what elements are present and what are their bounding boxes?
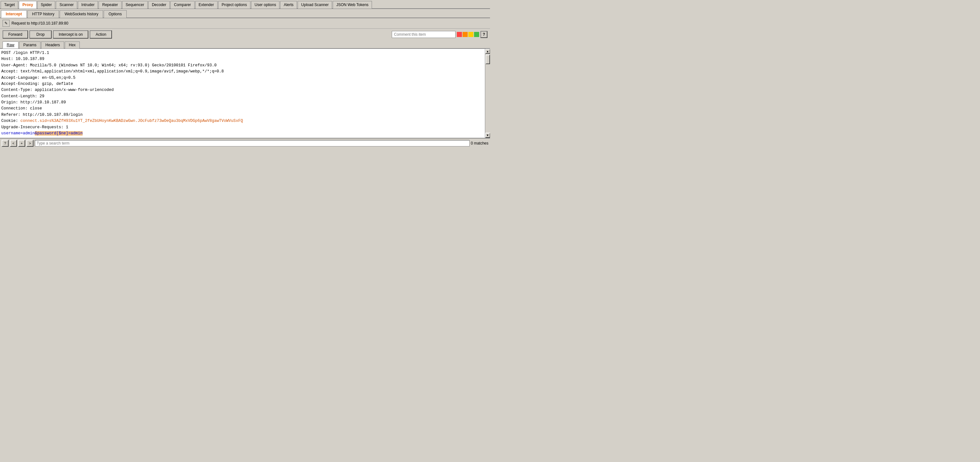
request-line-4: Accept-Language: en-US,en;q=0.5: [1, 75, 483, 81]
menu-tab-extender[interactable]: Extender: [195, 1, 218, 9]
color-square-3[interactable]: [474, 32, 479, 37]
menu-tab-user-options[interactable]: User options: [251, 1, 280, 9]
pencil-icon[interactable]: ✎: [3, 20, 10, 27]
menu-tab-decoder[interactable]: Decoder: [148, 1, 170, 9]
scroll-up-button[interactable]: ▲: [485, 49, 490, 54]
sub-tab-websockets-history[interactable]: WebSockets history: [60, 10, 103, 18]
sub-tab-intercept[interactable]: Intercept: [1, 10, 27, 18]
action-button[interactable]: Action: [90, 30, 112, 38]
request-line-12: Upgrade-Insecure-Requests: 1: [1, 124, 483, 131]
view-tab-hex[interactable]: Hex: [65, 41, 80, 48]
menu-tab-alerts[interactable]: Alerts: [280, 1, 297, 9]
request-line-11: Cookie: connect.sid=s%3AZfH93Xu1YT_2feZb…: [1, 118, 483, 124]
request-label: Request to http://10.10.187.89:80: [11, 21, 487, 25]
menu-tab-json-web-tokens[interactable]: JSON Web Tokens: [333, 1, 372, 9]
color-squares: [457, 32, 479, 37]
color-square-2[interactable]: [468, 32, 473, 37]
color-square-0[interactable]: [457, 32, 462, 37]
color-square-1[interactable]: [463, 32, 468, 37]
request-line-0: POST /login HTTP/1.1: [1, 50, 483, 56]
view-tab-headers[interactable]: Headers: [41, 41, 64, 48]
drop-button[interactable]: Drop: [29, 30, 52, 38]
scrollbar[interactable]: ▲ ▼: [485, 49, 490, 138]
menu-tab-upload-scanner[interactable]: Upload Scanner: [298, 1, 332, 9]
view-tab-bar: RawParamsHeadersHex: [0, 40, 490, 49]
forward-button[interactable]: Forward: [3, 30, 28, 38]
menu-tab-scanner[interactable]: Scanner: [56, 1, 77, 9]
scroll-down-button[interactable]: ▼: [485, 133, 490, 138]
menu-tab-comparer[interactable]: Comparer: [170, 1, 194, 9]
request-line-2: User-Agent: Mozilla/5.0 (Windows NT 10.0…: [1, 62, 483, 69]
request-line-15: username=admin&password[$ne]=admin: [1, 131, 483, 137]
search-bar: ? < + > 0 matches: [0, 138, 490, 148]
menu-tab-target[interactable]: Target: [1, 1, 18, 9]
action-bar: Forward Drop Intercept is on Action ?: [0, 29, 490, 40]
menu-tab-sequencer[interactable]: Sequencer: [122, 1, 148, 9]
sub-tab-http-history[interactable]: HTTP history: [27, 10, 59, 18]
search-input[interactable]: [35, 140, 469, 147]
menu-tab-spider[interactable]: Spider: [37, 1, 56, 9]
request-line-3: Accept: text/html,application/xhtml+xml,…: [1, 69, 483, 75]
sub-tab-bar: InterceptHTTP historyWebSockets historyO…: [0, 9, 490, 18]
search-plus-button[interactable]: +: [18, 140, 25, 147]
request-line-10: Referer: http://10.10.187.89/login: [1, 112, 483, 118]
menu-tab-project-options[interactable]: Project options: [218, 1, 250, 9]
request-line-8: Origin: http://10.10.187.89: [1, 100, 483, 106]
body-row: POST /login HTTP/1.1Host: 10.10.187.89Us…: [0, 49, 490, 138]
request-line-1: Host: 10.10.187.89: [1, 56, 483, 62]
request-line-6: Content-Type: application/x-www-form-url…: [1, 87, 483, 93]
menu-tab-proxy[interactable]: Proxy: [19, 1, 37, 9]
sub-tab-options[interactable]: Options: [104, 10, 126, 18]
comment-input[interactable]: [392, 31, 455, 38]
search-help-button[interactable]: ?: [2, 140, 9, 147]
search-prev-button[interactable]: <: [10, 140, 17, 147]
view-tab-params[interactable]: Params: [19, 41, 40, 48]
help-button[interactable]: ?: [480, 31, 487, 38]
intercept-button[interactable]: Intercept is on: [53, 30, 88, 38]
search-next-button[interactable]: >: [27, 140, 33, 147]
matches-label: 0 matches: [471, 141, 488, 145]
menu-tab-intruder[interactable]: Intruder: [78, 1, 98, 9]
menu-bar: TargetProxySpiderScannerIntruderRepeater…: [0, 0, 490, 9]
request-line-9: Connection: close: [1, 106, 483, 112]
request-line-7: Content-Length: 29: [1, 94, 483, 100]
view-tab-raw[interactable]: Raw: [3, 41, 19, 48]
scroll-thumb[interactable]: [485, 54, 490, 64]
menu-tab-repeater[interactable]: Repeater: [99, 1, 121, 9]
toolbar: ✎ Request to http://10.10.187.89:80: [0, 18, 490, 29]
request-line-5: Accept-Encoding: gzip, deflate: [1, 81, 483, 87]
request-body[interactable]: POST /login HTTP/1.1Host: 10.10.187.89Us…: [0, 49, 485, 138]
